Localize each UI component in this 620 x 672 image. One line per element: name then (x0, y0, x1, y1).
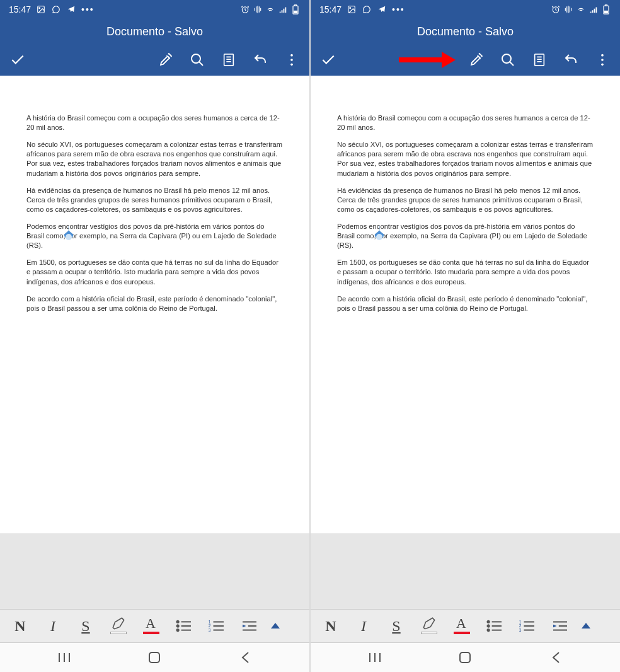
svg-rect-25 (399, 57, 443, 62)
back-button[interactable] (226, 648, 264, 667)
text-cursor-handle[interactable] (372, 226, 386, 243)
svg-point-8 (290, 54, 293, 57)
format-toolbar: N I S A 123 (0, 609, 309, 643)
page-gap (311, 533, 620, 609)
vibrate-icon (563, 4, 573, 14)
search-icon[interactable] (187, 50, 207, 70)
reading-icon[interactable] (529, 50, 549, 70)
svg-point-12 (176, 621, 178, 623)
menu-icon[interactable] (592, 50, 612, 70)
svg-rect-23 (605, 5, 607, 6)
svg-point-34 (487, 629, 489, 631)
search-icon[interactable] (498, 50, 518, 70)
menu-icon[interactable] (282, 50, 302, 70)
font-color-button[interactable]: A (135, 612, 168, 640)
svg-point-28 (601, 54, 604, 57)
svg-point-29 (601, 59, 604, 61)
alarm-icon (551, 4, 561, 14)
paragraph: De acordo com a história oficial do Bras… (26, 294, 283, 313)
italic-button[interactable]: I (347, 612, 380, 640)
confirm-button[interactable] (8, 50, 28, 70)
recents-button[interactable] (356, 648, 394, 667)
more-icon: ••• (392, 4, 405, 14)
home-button[interactable] (446, 648, 484, 667)
highlight-button[interactable] (413, 612, 445, 640)
pen-format-icon[interactable] (156, 50, 176, 70)
svg-point-6 (192, 54, 200, 63)
back-button[interactable] (537, 648, 575, 667)
expand-toolbar-button[interactable] (577, 623, 595, 629)
highlight-button[interactable] (102, 612, 135, 640)
top-toolbar (0, 44, 309, 76)
bullet-list-button[interactable] (478, 612, 511, 640)
svg-rect-5 (294, 11, 297, 13)
pen-format-icon[interactable] (466, 50, 486, 70)
indent-button[interactable] (544, 612, 577, 640)
svg-point-33 (487, 625, 489, 627)
battery-icon (290, 4, 301, 14)
undo-icon[interactable] (561, 50, 581, 70)
svg-point-14 (176, 629, 178, 631)
indent-button[interactable] (233, 612, 266, 640)
phone-screenshot-right: 15:47 ••• Documento - Salvo (311, 0, 620, 672)
reading-icon[interactable] (219, 50, 239, 70)
numbered-list-button[interactable]: 123 (200, 612, 233, 640)
svg-rect-4 (294, 5, 296, 6)
svg-point-30 (601, 64, 604, 66)
gallery-icon (347, 4, 357, 14)
alarm-icon (240, 4, 250, 14)
svg-rect-18 (149, 652, 159, 663)
document-title: Documento - Salvo (0, 19, 309, 44)
paragraph: No século XVI, os portugueses começaram … (26, 140, 283, 178)
paragraph: Em 1500, os portugueses se dão conta que… (26, 258, 283, 286)
bullet-list-button[interactable] (168, 612, 200, 640)
paragraph: Há evidências da presença de humanos no … (337, 186, 594, 214)
svg-point-9 (290, 59, 293, 61)
vibrate-icon (253, 4, 263, 14)
expand-toolbar-button[interactable] (266, 623, 285, 629)
document-canvas[interactable]: A história do Brasil começou com a ocupa… (0, 76, 309, 533)
gallery-icon (36, 4, 46, 14)
font-color-button[interactable]: A (445, 612, 478, 640)
whatsapp-icon (51, 4, 61, 14)
svg-text:3: 3 (209, 628, 211, 632)
paragraph: Em 1500, os portugueses se dão conta que… (337, 258, 594, 286)
italic-button[interactable]: I (37, 612, 69, 640)
paragraph: De acordo com a história oficial do Bras… (337, 294, 594, 313)
paragraph: A história do Brasil começou com a ocupa… (26, 113, 283, 132)
paragraph: Há evidências da presença de humanos no … (26, 186, 283, 214)
signal-icon (278, 4, 288, 14)
numbered-list-button[interactable]: 123 (511, 612, 544, 640)
phone-screenshot-left: 15:47 ••• Documento - Salvo (0, 0, 309, 672)
home-button[interactable] (135, 648, 173, 667)
telegram-icon (377, 4, 387, 14)
text-cursor-handle[interactable] (62, 226, 76, 243)
signal-icon (588, 4, 599, 14)
svg-rect-7 (224, 54, 234, 66)
status-time: 15:47 (319, 4, 342, 14)
page-gap (0, 533, 309, 609)
svg-point-26 (502, 54, 511, 63)
document-title: Documento - Salvo (311, 19, 620, 44)
battery-icon (601, 4, 611, 14)
top-toolbar (311, 44, 620, 76)
svg-text:3: 3 (519, 628, 522, 632)
telegram-icon (66, 4, 76, 14)
bold-button[interactable]: N (314, 612, 347, 640)
underline-button[interactable]: S (380, 612, 413, 640)
whatsapp-icon (362, 4, 372, 14)
android-nav-bar (311, 643, 620, 672)
bold-button[interactable]: N (4, 612, 37, 640)
svg-point-13 (176, 625, 178, 627)
confirm-button[interactable] (318, 50, 338, 70)
svg-point-1 (39, 8, 40, 9)
recents-button[interactable] (45, 648, 83, 667)
svg-point-20 (350, 8, 351, 9)
svg-rect-38 (460, 652, 470, 663)
document-canvas[interactable]: A história do Brasil começou com a ocupa… (311, 76, 620, 533)
undo-icon[interactable] (250, 50, 270, 70)
underline-button[interactable]: S (69, 612, 102, 640)
svg-point-32 (487, 621, 489, 623)
status-bar: 15:47 ••• (311, 0, 620, 19)
wifi-icon (576, 4, 586, 14)
